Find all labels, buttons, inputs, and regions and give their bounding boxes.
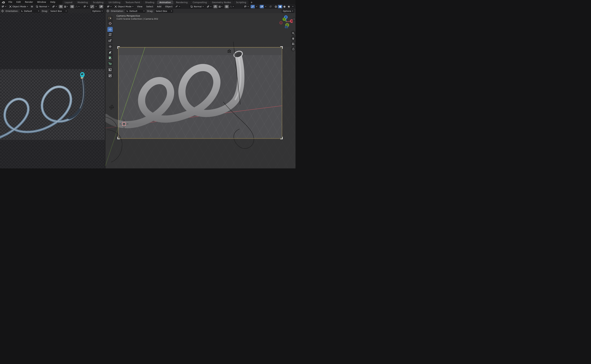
show-gizmo-toggle[interactable] [90, 5, 94, 8]
show-overlays-toggle[interactable] [99, 5, 103, 8]
tab-shading[interactable]: Shading [143, 0, 157, 4]
visibility-dropdown[interactable] [243, 5, 250, 8]
drag-dropdown[interactable]: Select Box [155, 9, 173, 13]
add-workspace-button[interactable]: + [249, 0, 255, 4]
tab-layout[interactable]: Layout [62, 0, 75, 4]
passepartout-bottom [105, 138, 296, 169]
collapsed-menus-button[interactable] [30, 6, 33, 7]
right-viewport-header: Object Mode View Select Add Object Norma… [105, 4, 296, 9]
tab-scripting[interactable]: Scripting [234, 0, 249, 4]
options-dropdown[interactable]: Options [91, 9, 104, 13]
orientation-dropdown[interactable]: Normal [189, 5, 205, 8]
view-name-overlay: Camera Perspective [117, 14, 140, 17]
options-dropdown[interactable]: Options [282, 9, 295, 13]
move-tool-icon [1, 10, 4, 12]
falloff-dropdown[interactable] [229, 5, 235, 8]
tool-annotate[interactable] [107, 50, 113, 55]
menu-view[interactable]: View [136, 5, 144, 8]
tab-geometry-nodes[interactable]: Geometry Nodes [210, 0, 234, 4]
show-overlays-toggle[interactable] [260, 5, 264, 8]
xray-toggle[interactable] [269, 5, 273, 8]
tool-move[interactable] [107, 27, 113, 32]
tool-transform[interactable] [107, 44, 113, 49]
camera-corner-handle[interactable] [117, 137, 120, 139]
proportional-editing-toggle[interactable] [225, 5, 229, 8]
orientation-icon [190, 5, 193, 8]
tool-select-box[interactable] [107, 16, 113, 21]
blender-logo-icon[interactable] [0, 0, 7, 4]
overlays-dropdown[interactable] [264, 5, 268, 8]
magnet-icon [60, 5, 62, 8]
rendered-icon [288, 5, 290, 8]
menu-select[interactable]: Select [145, 5, 155, 8]
snap-with-icon [219, 6, 221, 8]
menu-window[interactable]: Window [35, 0, 48, 4]
viewport-rendered[interactable]: Object Mode Normal [0, 4, 105, 169]
viewport-3d[interactable]: Camera Perspective (120) Scene Collectio… [105, 4, 296, 169]
editor-type-dropdown[interactable] [106, 5, 112, 8]
pivot-icon [207, 5, 209, 8]
gizmo-dropdown[interactable] [94, 5, 98, 8]
snap-toggle[interactable] [59, 5, 63, 8]
tool-bend[interactable] [107, 73, 113, 78]
tool-orientation-dropdown[interactable]: Default [125, 9, 146, 13]
proportional-editing-toggle[interactable] [70, 5, 74, 8]
snap-toggle[interactable] [213, 5, 217, 8]
tab-rendering[interactable]: Rendering [174, 0, 190, 4]
mode-dropdown[interactable]: Object Mode [113, 5, 134, 8]
tab-compositing[interactable]: Compositing [190, 0, 210, 4]
tool-add-cube[interactable] [107, 61, 113, 66]
shading-wireframe-button[interactable] [274, 5, 278, 8]
sidebar-collapse-arrow[interactable]: ‹ [293, 17, 296, 21]
show-gizmo-toggle[interactable] [251, 5, 255, 8]
snap-with-dropdown[interactable] [63, 5, 69, 8]
drag-dropdown[interactable]: Select Box [49, 9, 68, 13]
tab-texture-paint[interactable]: Texture Paint [123, 0, 143, 4]
left-tool-settings: Orientation: Default Drag: Select Box Op… [0, 9, 105, 13]
camera-corner-handle[interactable] [280, 137, 282, 139]
menu-render[interactable]: Render [23, 0, 35, 4]
falloff-dropdown[interactable] [74, 5, 80, 8]
tab-uv-editing[interactable]: UV Editing [106, 0, 123, 4]
tab-sculpting[interactable]: Sculpting [91, 0, 106, 4]
visibility-dropdown[interactable] [83, 5, 89, 8]
gizmo-dropdown[interactable] [255, 5, 259, 8]
tool-measure[interactable] [107, 55, 113, 60]
orientation-dropdown[interactable]: Normal [35, 5, 50, 8]
xray-icon [269, 5, 272, 8]
workspace-tabs: Layout Modeling Sculpting UV Editing Tex… [62, 0, 255, 4]
mode-dropdown[interactable]: Object Mode [8, 5, 29, 8]
navigation-gizmo[interactable]: Z Y X [279, 15, 293, 28]
shading-rendered-button[interactable] [287, 5, 291, 8]
orientation-label: Orientation: [111, 10, 124, 12]
tool-orientation-dropdown[interactable]: Default [20, 9, 40, 13]
pivot-icon [52, 5, 55, 8]
menu-edit[interactable]: Edit [14, 0, 23, 4]
tool-cursor[interactable] [107, 21, 113, 26]
tab-modeling[interactable]: Modeling [75, 0, 91, 4]
shading-solid-button[interactable] [278, 5, 282, 8]
camera-frame[interactable] [118, 47, 282, 139]
tool-scale[interactable] [107, 38, 113, 43]
tool-rotate[interactable] [107, 32, 113, 37]
tab-animation[interactable]: Animation [157, 0, 174, 4]
pivot-dropdown[interactable] [206, 5, 212, 8]
shading-material-button[interactable] [282, 5, 287, 8]
pivot-dropdown[interactable] [52, 5, 58, 8]
camera-corner-handle[interactable] [280, 46, 282, 49]
snap-with-dropdown[interactable] [217, 5, 224, 8]
shading-dropdown[interactable] [291, 5, 295, 8]
tool-fallback-dropdown[interactable] [175, 5, 181, 8]
menu-add[interactable]: Add [156, 5, 163, 8]
magnet-icon [214, 5, 217, 8]
camera-corner-handle[interactable] [117, 46, 120, 49]
menu-object[interactable]: Object [164, 5, 174, 8]
editor-type-dropdown[interactable] [1, 5, 7, 8]
menu-help[interactable]: Help [48, 0, 57, 4]
topbar: File Edit Render Window Help Layout Mode… [0, 0, 296, 4]
gizmo-icon [91, 5, 93, 8]
menu-file[interactable]: File [7, 0, 14, 4]
gizmo-x-label: X [291, 20, 293, 22]
overlays-dropdown[interactable] [103, 5, 105, 8]
tool-shear[interactable] [107, 67, 113, 72]
